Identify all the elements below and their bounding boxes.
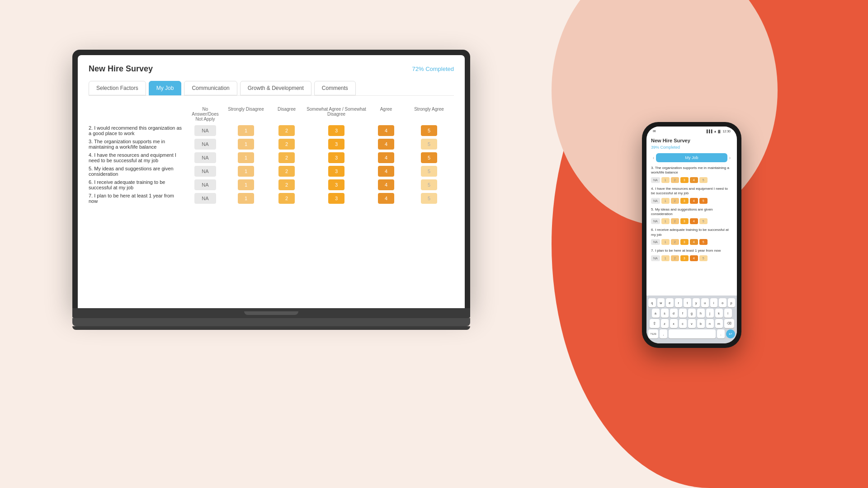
phone-btn-5[interactable]: 5 <box>699 218 708 224</box>
key-o[interactable]: o <box>719 298 726 307</box>
btn-5[interactable]: 5 <box>421 139 437 150</box>
btn-2[interactable]: 2 <box>278 179 295 190</box>
phone-btn-1[interactable]: 1 <box>661 255 670 261</box>
key-p[interactable]: p <box>728 298 736 307</box>
btn-na[interactable]: NA <box>194 166 216 177</box>
key-t[interactable]: t <box>684 298 691 307</box>
phone-btn-2[interactable]: 2 <box>671 239 679 245</box>
btn-4[interactable]: 4 <box>378 125 394 136</box>
key-w[interactable]: w <box>657 298 665 307</box>
phone-btn-2[interactable]: 2 <box>671 198 679 204</box>
phone-btn-na[interactable]: NA <box>651 177 660 183</box>
key-c[interactable]: c <box>679 319 687 328</box>
key-space[interactable] <box>669 329 716 338</box>
btn-2[interactable]: 2 <box>278 193 295 204</box>
key-g[interactable]: g <box>688 309 696 318</box>
key-k[interactable]: k <box>715 309 723 318</box>
key-i[interactable]: i <box>710 298 718 307</box>
key-123[interactable]: ?123 <box>648 329 658 338</box>
btn-2[interactable]: 2 <box>278 152 295 163</box>
phone-btn-4[interactable]: 4 <box>690 218 698 224</box>
phone-active-tab[interactable]: My Job <box>656 153 727 162</box>
phone-btn-5[interactable]: 5 <box>699 255 708 261</box>
btn-5[interactable]: 5 <box>421 166 437 177</box>
btn-5[interactable]: 5 <box>421 179 437 190</box>
phone-btn-3[interactable]: 3 <box>680 239 689 245</box>
btn-3[interactable]: 3 <box>328 179 344 190</box>
phone-btn-2[interactable]: 2 <box>671 218 679 224</box>
key-y[interactable]: y <box>693 298 700 307</box>
btn-2[interactable]: 2 <box>278 139 295 150</box>
key-e[interactable]: e <box>666 298 674 307</box>
btn-1[interactable]: 1 <box>238 125 254 136</box>
btn-3[interactable]: 3 <box>328 139 344 150</box>
phone-btn-2[interactable]: 2 <box>671 255 679 261</box>
tab-growth-development[interactable]: Growth & Development <box>240 81 311 95</box>
phone-btn-4[interactable]: 4 <box>690 198 698 204</box>
key-x[interactable]: x <box>670 319 678 328</box>
phone-btn-na[interactable]: NA <box>651 218 660 224</box>
key-comma[interactable]: , <box>660 329 667 338</box>
key-l[interactable]: l <box>724 309 732 318</box>
phone-btn-5[interactable]: 5 <box>699 239 708 245</box>
key-z[interactable]: z <box>661 319 669 328</box>
phone-btn-5[interactable]: 5 <box>699 198 708 204</box>
btn-1[interactable]: 1 <box>238 193 254 204</box>
key-emoji[interactable]: ↩ <box>726 329 735 338</box>
phone-btn-5[interactable]: 5 <box>699 177 708 183</box>
btn-na[interactable]: NA <box>194 193 216 204</box>
phone-btn-na[interactable]: NA <box>651 255 660 261</box>
btn-3[interactable]: 3 <box>328 152 344 163</box>
btn-1[interactable]: 1 <box>238 152 254 163</box>
btn-3[interactable]: 3 <box>328 193 344 204</box>
btn-4[interactable]: 4 <box>378 179 394 190</box>
phone-next-arrow[interactable]: › <box>727 155 732 160</box>
btn-3[interactable]: 3 <box>328 125 344 136</box>
btn-4[interactable]: 4 <box>378 152 394 163</box>
key-a[interactable]: a <box>652 309 660 318</box>
btn-5[interactable]: 5 <box>421 193 437 204</box>
phone-btn-1[interactable]: 1 <box>661 177 670 183</box>
key-v[interactable]: v <box>688 319 696 328</box>
btn-na[interactable]: NA <box>194 179 216 190</box>
key-shift[interactable]: ⇧ <box>650 319 660 328</box>
key-u[interactable]: u <box>701 298 709 307</box>
tab-comments[interactable]: Comments <box>314 81 356 95</box>
key-period[interactable]: . <box>717 329 725 338</box>
key-s[interactable]: s <box>661 309 669 318</box>
tab-my-job[interactable]: My Job <box>149 81 182 95</box>
phone-btn-3[interactable]: 3 <box>680 255 689 261</box>
btn-2[interactable]: 2 <box>278 125 295 136</box>
btn-2[interactable]: 2 <box>278 166 295 177</box>
phone-prev-arrow[interactable]: ‹ <box>651 155 656 160</box>
btn-1[interactable]: 1 <box>238 166 254 177</box>
key-j[interactable]: j <box>706 309 714 318</box>
key-m[interactable]: m <box>715 319 723 328</box>
phone-btn-4[interactable]: 4 <box>690 239 698 245</box>
key-b[interactable]: b <box>697 319 705 328</box>
phone-btn-na[interactable]: NA <box>651 239 660 245</box>
key-q[interactable]: q <box>648 298 656 307</box>
phone-btn-2[interactable]: 2 <box>671 177 679 183</box>
btn-4[interactable]: 4 <box>378 139 394 150</box>
phone-btn-1[interactable]: 1 <box>661 239 670 245</box>
phone-btn-3[interactable]: 3 <box>680 218 689 224</box>
btn-1[interactable]: 1 <box>238 179 254 190</box>
btn-5[interactable]: 5 <box>421 125 437 136</box>
btn-4[interactable]: 4 <box>378 193 394 204</box>
btn-na[interactable]: NA <box>194 152 216 163</box>
key-f[interactable]: f <box>679 309 687 318</box>
btn-4[interactable]: 4 <box>378 166 394 177</box>
key-h[interactable]: h <box>697 309 705 318</box>
btn-na[interactable]: NA <box>194 139 216 150</box>
btn-5[interactable]: 5 <box>421 152 437 163</box>
phone-btn-1[interactable]: 1 <box>661 218 670 224</box>
tab-selection-factors[interactable]: Selection Factors <box>89 81 146 95</box>
btn-1[interactable]: 1 <box>238 139 254 150</box>
phone-btn-na[interactable]: NA <box>651 198 660 204</box>
btn-3[interactable]: 3 <box>328 166 344 177</box>
key-n[interactable]: n <box>706 319 714 328</box>
phone-btn-3[interactable]: 3 <box>680 177 689 183</box>
phone-btn-4[interactable]: 4 <box>690 177 698 183</box>
phone-btn-4[interactable]: 4 <box>690 255 698 261</box>
